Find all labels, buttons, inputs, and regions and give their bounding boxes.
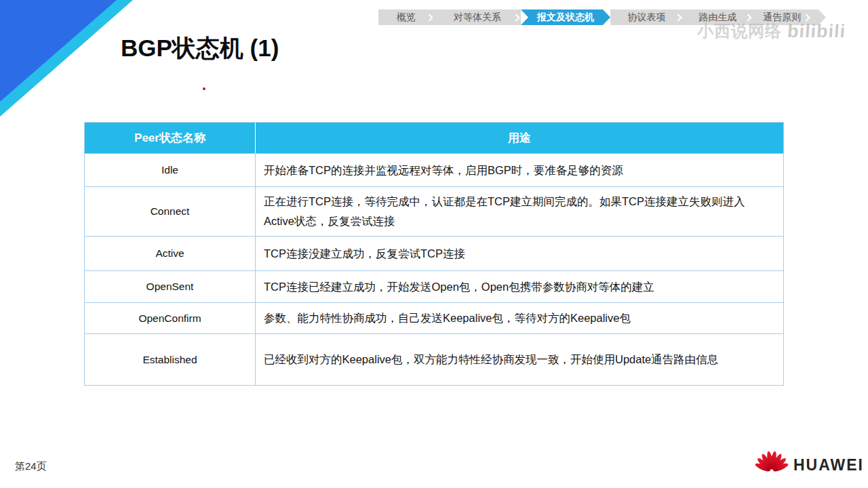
breadcrumb-nav: 概览 对等体关系 报文及状态机 协议表项 路由生成 通告原则	[378, 9, 826, 25]
table-row: Connect 正在进行TCP连接，等待完成中，认证都是在TCP建立期间完成的。…	[85, 186, 783, 236]
nav-item-advertising-rules: 通告原则	[753, 9, 811, 25]
desc-cell: TCP连接已经建立成功，开始发送Open包，Open包携带参数协商对等体的建立	[256, 271, 783, 302]
desc-cell: 开始准备TCP的连接并监视远程对等体，启用BGP时，要准备足够的资源	[256, 154, 783, 186]
nav-item-route-generation: 路由生成	[683, 9, 753, 25]
header-usage: 用途	[256, 123, 783, 153]
table-row: Established 已经收到对方的Keepalive包，双方能力特性经协商发…	[85, 333, 783, 385]
desc-cell: 已经收到对方的Keepalive包，双方能力特性经协商发现一致，开始使用Upda…	[256, 334, 783, 385]
nav-item-label: 协议表项	[628, 12, 666, 24]
table-row: OpenSent TCP连接已经建立成功，开始发送Open包，Open包携带参数…	[85, 270, 783, 302]
nav-item-label: 路由生成	[699, 12, 737, 24]
nav-item-overview: 概览	[378, 9, 434, 25]
page-number: 第24页	[15, 460, 47, 473]
corner-triangle-blue	[0, 0, 117, 102]
huawei-logo: HUAWEI	[754, 449, 864, 474]
slide-title: BGP状态机 (1)	[121, 33, 279, 64]
nav-item-label: 概览	[397, 12, 416, 24]
nav-item-peer-relations: 对等体关系	[434, 9, 521, 25]
huawei-flower-icon	[754, 449, 789, 474]
header-peer-state-name: Peer状态名称	[85, 123, 256, 153]
table-row: OpenConfirm 参数、能力特性协商成功，自己发送Keepalive包，等…	[85, 302, 783, 333]
nav-item-label: 对等体关系	[454, 12, 501, 24]
table-header-row: Peer状态名称 用途	[85, 123, 783, 153]
desc-cell: 参数、能力特性协商成功，自己发送Keepalive包，等待对方的Keepaliv…	[256, 303, 783, 333]
desc-cell: 正在进行TCP连接，等待完成中，认证都是在TCP建立期间完成的。如果TCP连接建…	[256, 187, 783, 236]
state-cell: Connect	[85, 187, 256, 236]
state-cell: Established	[85, 334, 256, 385]
table-row: Idle 开始准备TCP的连接并监视远程对等体，启用BGP时，要准备足够的资源	[85, 153, 783, 186]
slide: 概览 对等体关系 报文及状态机 协议表项 路由生成 通告原则 小西说网络 bil…	[0, 0, 868, 488]
nav-item-protocol-entries: 协议表项	[610, 9, 683, 25]
nav-item-messages-state-machine: 报文及状态机	[521, 9, 610, 25]
state-cell: Active	[85, 237, 256, 270]
huawei-wordmark: HUAWEI	[793, 456, 864, 474]
state-cell: OpenConfirm	[85, 303, 256, 333]
nav-item-label: 报文及状态机	[537, 12, 594, 24]
table-row: Active TCP连接没建立成功，反复尝试TCP连接	[85, 236, 783, 270]
bullet-dot	[203, 87, 205, 90]
bgp-state-table: Peer状态名称 用途 Idle 开始准备TCP的连接并监视远程对等体，启用BG…	[84, 122, 784, 386]
nav-tail-arrow	[811, 9, 826, 25]
state-cell: Idle	[85, 154, 256, 186]
nav-item-label: 通告原则	[763, 12, 801, 24]
desc-cell: TCP连接没建立成功，反复尝试TCP连接	[256, 237, 783, 270]
state-cell: OpenSent	[85, 271, 256, 302]
